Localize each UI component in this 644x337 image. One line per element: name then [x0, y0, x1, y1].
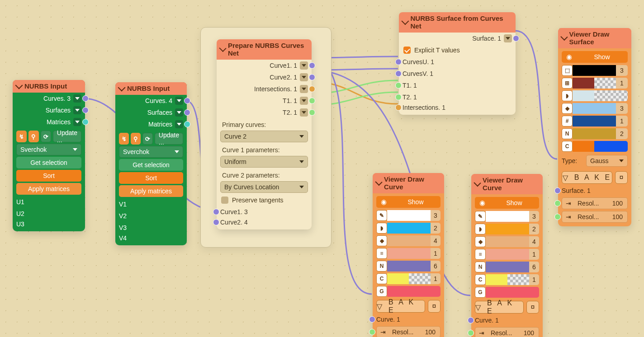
socket-out[interactable]	[82, 119, 89, 125]
resolution-u-spinner[interactable]: ⇥Resol...100	[562, 197, 628, 209]
socket-menu[interactable]	[300, 108, 308, 117]
color-row[interactable]: ✎3	[475, 211, 539, 222]
socket-in[interactable]	[369, 316, 375, 323]
socket-in[interactable]	[468, 317, 474, 323]
socket-out[interactable]	[184, 109, 190, 116]
resolution-v-spinner[interactable]: ⇥Resol...100	[562, 211, 628, 223]
socket-out[interactable]	[82, 95, 89, 102]
value-field[interactable]: 1	[431, 248, 440, 259]
color-swatch[interactable]	[573, 128, 616, 139]
socket-in[interactable]	[395, 94, 402, 100]
socket-out[interactable]	[309, 86, 315, 92]
color-swatch[interactable]	[486, 249, 529, 260]
resolution-spinner[interactable]: ⇥Resol...100	[376, 326, 440, 337]
value-field[interactable]: 6	[431, 261, 440, 271]
c2-params-select[interactable]: By Curves Location	[220, 181, 308, 193]
node-header[interactable]: Viewer Draw Surface	[558, 28, 631, 48]
node-prepare[interactable]: Prepare NURBS Curves Net Curve1. 1 Curve…	[217, 39, 312, 229]
color-swatch[interactable]	[387, 273, 409, 284]
socket-menu[interactable]	[175, 108, 183, 117]
color-row[interactable]: ≡1	[376, 248, 440, 259]
socket-menu[interactable]	[300, 97, 308, 105]
bake-button[interactable]: ▽B A K E	[475, 301, 524, 314]
value-field[interactable]: 4	[431, 235, 440, 246]
resolution-spinner[interactable]: ⇥Resol...100	[475, 327, 539, 337]
bake-settings-icon[interactable]: ¤	[526, 301, 539, 314]
socket-menu[interactable]	[73, 106, 81, 114]
color-swatch[interactable]	[573, 78, 594, 89]
color-swatch[interactable]	[486, 274, 507, 285]
value-field[interactable]: 1	[529, 249, 539, 260]
color-row[interactable]: ◗	[562, 90, 628, 102]
value-field[interactable]: 3	[616, 65, 628, 76]
socket-menu[interactable]	[73, 118, 81, 126]
socket-menu[interactable]	[504, 34, 512, 42]
apply-matrices-button[interactable]: Apply matrices	[16, 183, 81, 195]
color-swatch[interactable]	[594, 141, 628, 152]
node-nurbs-a[interactable]: NURBS Input Curves. 3 Surfaces Matrices …	[13, 80, 85, 231]
color-row[interactable]: ◆4	[475, 236, 539, 248]
color-row[interactable]: N2	[562, 128, 628, 140]
color-row[interactable]: #1	[562, 115, 628, 127]
socket-out[interactable]	[82, 107, 89, 113]
socket-out[interactable]	[513, 35, 519, 42]
color-row[interactable]: ✎3	[376, 210, 440, 221]
socket-out[interactable]	[309, 74, 315, 80]
show-toggle[interactable]: ◉Show	[562, 51, 628, 63]
library-select[interactable]: Sverchok	[16, 144, 81, 155]
user-icon[interactable]: ⚲	[131, 133, 141, 145]
show-toggle[interactable]: ◉Show	[475, 197, 539, 209]
primary-curves-select[interactable]: Curve 2	[220, 131, 308, 142]
value-field[interactable]: 3	[431, 210, 440, 221]
node-header[interactable]: NURBS Surface from Curves Net	[399, 12, 516, 33]
socket-menu[interactable]	[73, 94, 81, 103]
color-row[interactable]: ◗2	[475, 223, 539, 235]
value-field[interactable]: 2	[431, 223, 440, 234]
node-header[interactable]: NURBS Input	[13, 80, 85, 93]
alpha-swatch[interactable]	[594, 78, 616, 89]
bake-settings-icon[interactable]: ¤	[428, 300, 440, 313]
node-header[interactable]: Viewer Draw Curve	[373, 173, 444, 193]
value-field[interactable]: 3	[529, 211, 539, 222]
socket-menu[interactable]	[300, 61, 308, 70]
node-viewer-curve-b[interactable]: Viewer Draw Curve ◉Show ✎3◗2◆4≡1N6C1G ▽B…	[471, 174, 543, 337]
alpha-swatch[interactable]	[409, 273, 431, 284]
library-select[interactable]: Sverchok	[119, 146, 183, 158]
value-field[interactable]: 4	[529, 236, 539, 247]
color-row[interactable]: C1	[376, 273, 440, 285]
socket-in[interactable]	[213, 219, 219, 225]
color-swatch[interactable]	[387, 223, 431, 234]
color-swatch[interactable]	[573, 65, 616, 76]
socket-in[interactable]	[369, 329, 375, 335]
value-field[interactable]: 2	[616, 128, 628, 139]
node-header[interactable]: NURBS Input	[115, 82, 187, 95]
get-selection-button[interactable]: Get selection	[16, 157, 81, 168]
value-field[interactable]: 3	[616, 103, 628, 114]
node-viewer-curve-a[interactable]: Viewer Draw Curve ◉Show ✎3◗2◆4≡1N6C1G ▽B…	[373, 173, 444, 337]
color-swatch[interactable]	[387, 286, 440, 297]
value-field[interactable]: 1	[616, 116, 628, 126]
color-swatch[interactable]	[486, 211, 529, 222]
get-selection-button[interactable]: Get selection	[119, 159, 183, 171]
socket-out[interactable]	[309, 62, 315, 69]
color-swatch[interactable]	[486, 236, 529, 247]
value-field[interactable]: 1	[529, 274, 539, 285]
alpha-swatch[interactable]	[507, 274, 529, 285]
color-swatch[interactable]	[387, 261, 431, 271]
color-row[interactable]: ⬚3	[562, 65, 628, 76]
socket-menu[interactable]	[175, 97, 183, 105]
color-row[interactable]: ≡1	[475, 248, 539, 260]
socket-out[interactable]	[309, 98, 315, 104]
socket-in[interactable]	[468, 330, 474, 336]
color-swatch[interactable]	[573, 103, 616, 114]
color-swatch[interactable]	[573, 141, 594, 152]
color-swatch[interactable]	[387, 210, 431, 221]
bake-button[interactable]: ▽B A K E	[562, 171, 612, 184]
value-field[interactable]: 2	[529, 224, 539, 234]
update-button[interactable]: Update ...	[155, 133, 183, 145]
refresh-icon[interactable]: ⟳	[142, 133, 152, 145]
refresh-icon[interactable]: ⟳	[41, 131, 51, 142]
sort-button[interactable]: Sort	[16, 170, 81, 182]
node-surface-net[interactable]: NURBS Surface from Curves Net Surface. 1…	[399, 12, 516, 115]
color-swatch[interactable]	[387, 248, 431, 259]
